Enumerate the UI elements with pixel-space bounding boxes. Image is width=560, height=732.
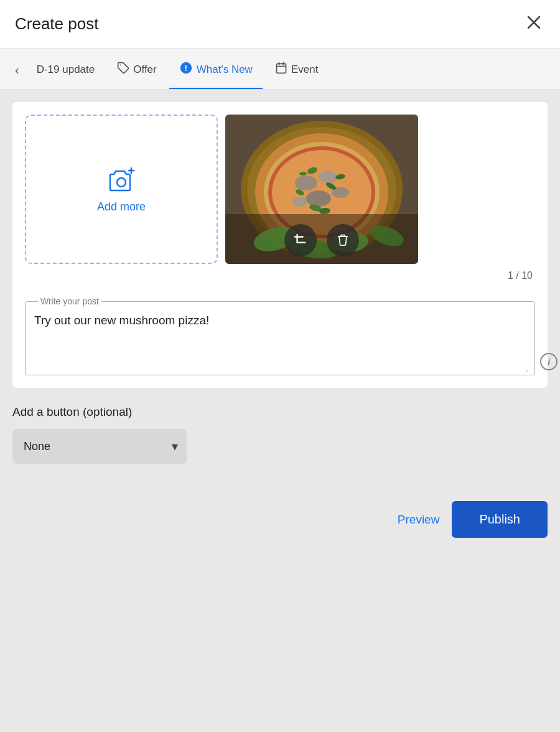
svg-rect-5: [276, 63, 286, 73]
write-post-section: Write your post ⌟ i: [25, 296, 535, 375]
action-row: Preview Publish: [12, 501, 548, 550]
add-button-label: Add a button (optional): [12, 405, 548, 419]
crop-button[interactable]: [284, 224, 317, 256]
modal-title: Create post: [15, 14, 98, 34]
write-post-fieldset: Write your post ⌟: [25, 296, 535, 375]
post-textarea[interactable]: [34, 314, 526, 364]
tab-d19[interactable]: D-19 update: [27, 51, 105, 88]
bottom-section: Add a button (optional) None Book Order …: [0, 388, 560, 565]
tab-event-label: Event: [291, 63, 318, 76]
add-more-camera-icon: [105, 166, 138, 195]
post-card: Add more: [12, 102, 548, 388]
main-content: Add more: [0, 90, 560, 388]
image-counter: 1 / 10: [25, 270, 535, 281]
svg-point-19: [295, 176, 317, 190]
button-select-wrapper: None Book Order online Buy Learn more Si…: [12, 429, 187, 464]
svg-point-20: [319, 171, 337, 183]
svg-point-2: [120, 65, 121, 66]
svg-point-23: [292, 197, 307, 207]
svg-text:!: !: [185, 63, 187, 73]
delete-button[interactable]: [327, 224, 359, 256]
close-icon: [525, 14, 543, 31]
close-button[interactable]: [523, 11, 545, 37]
button-select[interactable]: None Book Order online Buy Learn more Si…: [12, 429, 187, 464]
delete-icon: [337, 233, 349, 247]
info-icon[interactable]: i: [540, 353, 558, 370]
svg-point-30: [299, 172, 307, 176]
offer-icon: [117, 62, 129, 77]
tab-d19-label: D-19 update: [37, 63, 95, 76]
modal-header: Create post: [0, 0, 560, 49]
add-more-label: Add more: [97, 200, 146, 214]
resize-handle: ⌟: [525, 365, 532, 372]
tab-offer[interactable]: Offer: [107, 49, 166, 89]
tabs-bar: ‹ D-19 update Offer ! What's New: [0, 49, 560, 90]
whats-new-icon: !: [179, 61, 193, 78]
add-more-box[interactable]: Add more: [25, 115, 218, 264]
svg-point-9: [117, 178, 126, 187]
tab-offer-label: Offer: [133, 63, 156, 76]
info-icon-wrap: i: [540, 353, 558, 370]
tab-back-button[interactable]: ‹: [10, 50, 24, 87]
image-actions: [284, 224, 359, 256]
pizza-image-container: [225, 115, 418, 264]
tab-event[interactable]: Event: [265, 49, 328, 89]
publish-button[interactable]: Publish: [452, 501, 548, 538]
crop-icon: [294, 233, 307, 247]
preview-button[interactable]: Preview: [398, 513, 440, 527]
write-post-legend: Write your post: [38, 296, 101, 306]
tab-whats-new[interactable]: ! What's New: [169, 49, 263, 90]
image-row: Add more: [25, 115, 535, 264]
svg-point-21: [306, 190, 331, 207]
tab-whats-new-label: What's New: [197, 63, 253, 76]
event-icon: [275, 62, 287, 77]
